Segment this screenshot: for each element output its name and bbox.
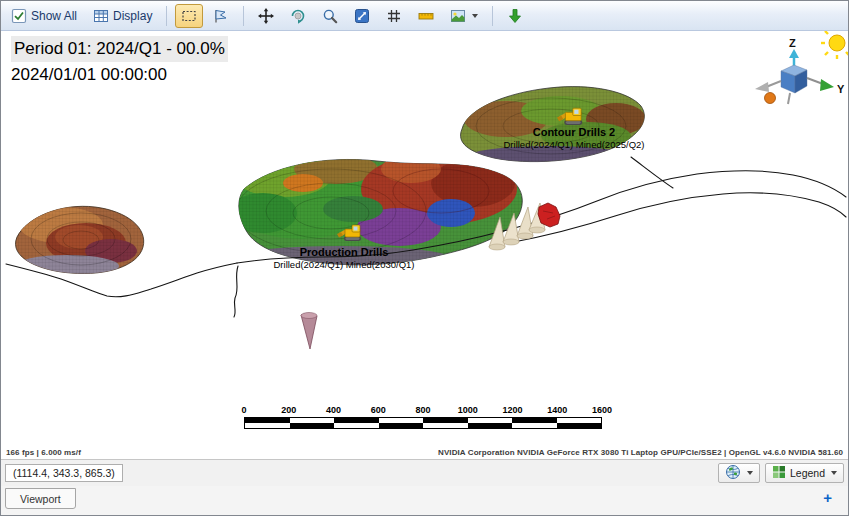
axis-triad[interactable]: Z Y [755, 31, 848, 104]
scale-bar: 0 200 400 600 800 1000 1200 1400 1600 [244, 405, 602, 429]
ruler-icon [418, 8, 434, 24]
show-all-label: Show All [31, 9, 77, 23]
contour-drills-label: Contour Drills 2 Drilled(2024/Q1) Mined(… [479, 126, 669, 150]
scale-bar-segments [244, 417, 602, 429]
coordinate-bar: (1114.4, 343.3, 865.3) Legend [1, 459, 848, 486]
viewport-tab-bar: Viewport + [1, 486, 848, 516]
fit-screen-icon [354, 8, 370, 24]
pan-tool[interactable] [252, 4, 280, 28]
rotate-tool[interactable] [284, 4, 312, 28]
select-rectangle-tool[interactable] [175, 4, 203, 28]
display-label: Display [113, 9, 152, 23]
select-polygon-tool[interactable] [207, 4, 235, 28]
axis-z-label: Z [789, 37, 796, 49]
add-viewport-button[interactable]: + [823, 489, 832, 506]
pan-icon [258, 8, 274, 24]
scale-bar-ticks: 0 200 400 600 800 1000 1200 1400 1600 [244, 405, 602, 417]
capture-image-button[interactable] [444, 4, 484, 28]
legend-icon [772, 465, 786, 481]
scene-canvas[interactable]: Z Y [1, 31, 848, 459]
legend-label: Legend [790, 467, 825, 479]
viewport-3d[interactable]: Z Y Period 01: 2024/Q1 - 00.0% 2024/01/0… [1, 31, 848, 459]
cursor-coordinates: (1114.4, 343.3, 865.3) [5, 464, 123, 482]
green-down-arrow-icon [507, 8, 523, 24]
grid-tool[interactable] [380, 4, 408, 28]
chevron-down-icon [831, 471, 837, 475]
application-window: Show All Display [0, 0, 849, 516]
globe-icon [725, 464, 741, 482]
chevron-down-icon [747, 471, 753, 475]
display-button[interactable]: Display [87, 4, 158, 28]
zoom-icon [322, 8, 338, 24]
zoom-tool[interactable] [316, 4, 344, 28]
toolbar-separator [243, 6, 244, 26]
image-icon [450, 8, 466, 24]
gpu-readout: NVIDIA Corporation NVIDIA GeForce RTX 30… [438, 448, 843, 457]
display-grid-icon [93, 8, 109, 24]
period-title: Period 01: 2024/Q1 - 00.0% [11, 36, 228, 62]
export-plot-button[interactable] [501, 4, 529, 28]
sun-icon [821, 31, 848, 59]
chevron-down-icon [472, 14, 478, 18]
red-marker [538, 203, 560, 227]
show-all-button[interactable]: Show All [5, 4, 83, 28]
period-datetime: 2024/01/01 00:00:00 [11, 62, 228, 88]
tab-viewport[interactable]: Viewport [5, 488, 76, 509]
toolbar-separator [166, 6, 167, 26]
grid-hash-icon [386, 8, 402, 24]
origin-ball [765, 93, 776, 104]
view-mode-button[interactable] [718, 463, 760, 483]
render-status-line: 166 fps | 6.000 ms/f NVIDIA Corporation … [6, 448, 843, 457]
main-toolbar: Show All Display [1, 1, 848, 31]
period-overlay: Period 01: 2024/Q1 - 00.0% 2024/01/01 00… [11, 36, 228, 88]
show-all-icon [11, 8, 27, 24]
select-rectangle-icon [181, 8, 197, 24]
production-drills-label: Production Drills Drilled(2024/Q1) Mined… [249, 246, 439, 270]
rotate-icon [290, 8, 306, 24]
zoom-extents-tool[interactable] [348, 4, 376, 28]
left-pit-mesh[interactable] [15, 206, 144, 277]
measure-tool[interactable] [412, 4, 440, 28]
fps-readout: 166 fps | 6.000 ms/f [6, 448, 81, 457]
toolbar-separator [492, 6, 493, 26]
axis-y-label: Y [837, 83, 845, 95]
legend-button[interactable]: Legend [765, 463, 844, 483]
select-polygon-icon [213, 8, 229, 24]
